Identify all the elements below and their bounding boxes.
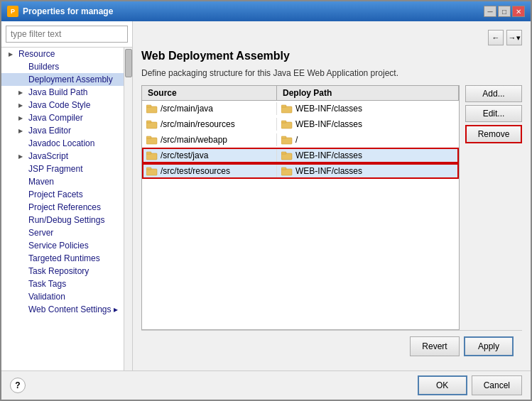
folder-icon-src-row5 [146, 166, 158, 176]
table-row-row3[interactable]: /src/main/webapp / [142, 132, 459, 148]
filter-input[interactable] [6, 26, 128, 43]
sidebar-item-deployment-assembly[interactable]: Deployment Assembly [1, 73, 124, 86]
sidebar-item-task-tags[interactable]: Task Tags [1, 278, 124, 290]
back-button[interactable]: ← [488, 30, 504, 45]
table-row-row5[interactable]: /src/test/resources WEB-INF/classes [142, 163, 459, 179]
deploy-cell-row1: WEB-INF/classes [277, 102, 459, 115]
svg-rect-5 [146, 121, 151, 123]
sidebar-item-run-debug-settings[interactable]: Run/Debug Settings [1, 214, 124, 226]
table-area: Source Deploy Path /src/main/java WEB-IN… [141, 85, 522, 330]
source-cell-row3: /src/main/webapp [142, 133, 277, 146]
sidebar-item-jsp-fragment[interactable]: JSP Fragment [1, 163, 124, 175]
table-row-row4[interactable]: /src/test/java WEB-INF/classes [142, 148, 459, 163]
sidebar-item-java-editor[interactable]: ▶Java Editor [1, 124, 124, 137]
panel-description: Define packaging structure for this Java… [141, 68, 522, 78]
svg-rect-4 [146, 122, 157, 128]
source-cell-row1: /src/main/java [142, 102, 277, 115]
deploy-cell-row5: WEB-INF/classes [277, 165, 459, 177]
tree-arrow-java-editor: ▶ [18, 128, 26, 134]
sidebar-item-label-server: Server [28, 228, 53, 238]
panel-toolbar: ← →▾ [141, 30, 522, 45]
svg-rect-15 [281, 152, 286, 154]
sidebar-item-server[interactable]: Server [1, 226, 124, 239]
sidebar-item-validation[interactable]: Validation [1, 290, 124, 303]
sidebar-item-label-java-compiler: Java Compiler [28, 113, 83, 123]
folder-icon-src-row2 [146, 119, 158, 129]
add-button[interactable]: Add... [465, 85, 522, 102]
left-panel-scroll: ▶ResourceBuildersDeployment Assembly▶Jav… [1, 48, 132, 370]
source-column-header: Source [142, 86, 277, 100]
deploy-cell-row4: WEB-INF/classes [277, 149, 459, 162]
svg-rect-18 [281, 169, 292, 175]
deploy-cell-row3: / [277, 133, 459, 146]
folder-icon-dep-row2 [281, 119, 293, 129]
apply-button[interactable]: Apply [464, 336, 514, 356]
sidebar-item-javascript[interactable]: ▶JavaScript [1, 150, 124, 163]
folder-icon-dep-row5 [281, 166, 293, 176]
tree-scrollbar[interactable] [124, 48, 132, 370]
title-bar-left: P Properties for manage [7, 6, 113, 17]
sidebar-item-label-javascript: JavaScript [28, 151, 68, 161]
table-row-row1[interactable]: /src/main/java WEB-INF/classes [142, 101, 459, 116]
close-button[interactable]: ✕ [512, 6, 525, 17]
sidebar-item-project-facets[interactable]: Project Facets [1, 188, 124, 201]
scrollbar-thumb[interactable] [125, 49, 132, 77]
sidebar-item-builders[interactable]: Builders [1, 60, 124, 73]
svg-rect-10 [281, 138, 292, 144]
sidebar-item-java-build-path[interactable]: ▶Java Build Path [1, 86, 124, 99]
sidebar-item-label-project-references: Project References [28, 202, 101, 212]
tree-arrow-java-code-style: ▶ [18, 102, 26, 109]
svg-rect-14 [281, 153, 292, 160]
cancel-button[interactable]: Cancel [472, 375, 522, 395]
sidebar-item-label-maven: Maven [28, 177, 54, 187]
properties-dialog: P Properties for manage ─ □ ✕ ▶ResourceB… [0, 0, 532, 401]
title-buttons: ─ □ ✕ [484, 6, 525, 17]
sidebar-item-label-service-policies: Service Policies [28, 241, 89, 251]
folder-icon-dep-row4 [281, 150, 293, 160]
sidebar-item-java-compiler[interactable]: ▶Java Compiler [1, 111, 124, 124]
svg-rect-3 [281, 105, 286, 107]
table-body: /src/main/java WEB-INF/classes /src/main… [142, 101, 459, 329]
sidebar-item-web-content-settings[interactable]: Web Content Settings ▸ [1, 303, 124, 316]
svg-rect-7 [281, 121, 286, 123]
forward-split-button[interactable]: →▾ [506, 30, 522, 45]
minimize-button[interactable]: ─ [484, 6, 496, 17]
table-row-row2[interactable]: /src/main/resources WEB-INF/classes [142, 116, 459, 132]
left-panel: ▶ResourceBuildersDeployment Assembly▶Jav… [1, 21, 133, 370]
sidebar-item-project-references[interactable]: Project References [1, 201, 124, 214]
svg-rect-2 [281, 106, 292, 113]
sidebar-item-java-code-style[interactable]: ▶Java Code Style [1, 99, 124, 111]
sidebar-item-label-run-debug-settings: Run/Debug Settings [28, 215, 104, 225]
sidebar-item-resource[interactable]: ▶Resource [1, 48, 124, 60]
maximize-button[interactable]: □ [498, 6, 511, 17]
folder-icon-src-row3 [146, 135, 158, 145]
sidebar-item-label-java-editor: Java Editor [28, 126, 71, 136]
folder-icon-src-row4 [146, 150, 158, 160]
help-button[interactable]: ? [10, 378, 26, 393]
panel-title: Web Deployment Assembly [141, 50, 522, 62]
svg-rect-8 [146, 138, 157, 144]
svg-rect-1 [146, 105, 151, 107]
svg-rect-6 [281, 122, 292, 128]
sidebar-item-targeted-runtimes[interactable]: Targeted Runtimes [1, 252, 124, 265]
sidebar-item-maven[interactable]: Maven [1, 175, 124, 188]
sidebar-item-label-jsp-fragment: JSP Fragment [28, 164, 82, 174]
svg-rect-0 [146, 106, 157, 113]
remove-button[interactable]: Remove [465, 125, 522, 143]
sidebar-item-label-web-content-settings: Web Content Settings ▸ [28, 304, 118, 314]
svg-rect-11 [281, 136, 286, 138]
deploy-path-column-header: Deploy Path [277, 86, 459, 100]
tree-arrow-resource: ▶ [9, 51, 16, 57]
tree-arrow-javascript: ▶ [18, 153, 26, 160]
sidebar-item-task-repository[interactable]: Task Repository [1, 265, 124, 278]
edit-button[interactable]: Edit... [465, 105, 522, 122]
ok-button[interactable]: OK [418, 375, 467, 395]
sidebar-item-service-policies[interactable]: Service Policies [1, 239, 124, 252]
sidebar-item-javadoc-location[interactable]: Javadoc Location [1, 137, 124, 150]
right-panel: ← →▾ Web Deployment Assembly Define pack… [133, 21, 531, 370]
tree-arrow-java-compiler: ▶ [18, 115, 26, 121]
revert-button[interactable]: Revert [410, 336, 460, 356]
bottom-buttons: Revert Apply [141, 330, 522, 362]
sidebar-item-label-resource: Resource [18, 49, 55, 59]
folder-icon-dep-row3 [281, 135, 293, 145]
